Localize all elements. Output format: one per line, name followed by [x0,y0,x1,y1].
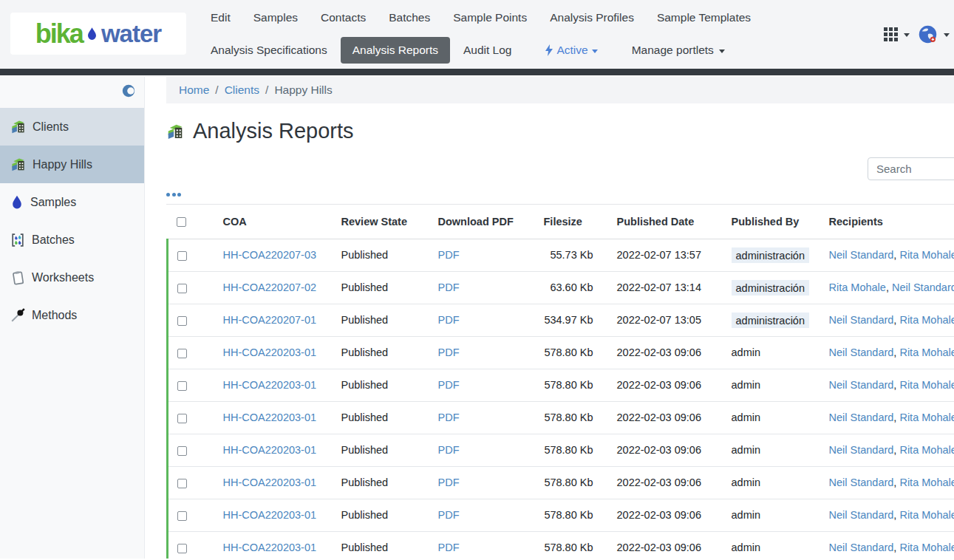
breadcrumb-home-link[interactable]: Home [179,83,209,97]
nav-item-analysis-profiles[interactable]: Analysis Profiles [550,11,634,24]
recipient-link[interactable]: Rita Mohale [829,281,886,293]
active-filter-dropdown[interactable]: Active [545,44,597,57]
published-by: admin [732,509,761,521]
pdf-download-link[interactable]: PDF [438,509,460,521]
filesize: 55.73 Kb [550,249,593,261]
recipient-link[interactable]: Neil Standard [829,509,894,521]
row-checkbox[interactable] [177,349,187,358]
row-checkbox[interactable] [177,544,187,553]
pdf-download-link[interactable]: PDF [438,281,460,293]
nav-item-samples[interactable]: Samples [253,11,298,24]
breadcrumb-clients-link[interactable]: Clients [225,83,259,97]
review-state: Published [341,477,389,488]
pdf-download-link[interactable]: PDF [438,379,460,391]
recipient-link[interactable]: Rita Mohale [899,412,954,423]
column-header-coa[interactable]: COA [214,205,333,239]
sidebar-item-samples[interactable]: Samples [0,183,144,221]
nav-item-edit[interactable]: Edit [211,11,231,24]
collapse-toggle-icon[interactable] [122,84,135,98]
row-checkbox[interactable] [177,414,187,423]
coa-link[interactable]: HH-COA220207-02 [223,281,317,293]
nav-item-analysis-reports-active[interactable]: Analysis Reports [341,37,450,64]
recipient-link[interactable]: Rita Mohale [899,477,954,488]
logo-text-bika: bika [35,18,83,49]
app-logo[interactable]: bika water [10,13,186,55]
recipient-link[interactable]: Rita Mohale [899,379,954,391]
top-navbar: bika water EditSamplesContactsBatchesSam… [0,0,954,69]
recipient-link[interactable]: Rita Mohale [899,314,954,326]
recipients: Rita Mohale, Neil Standard [820,271,954,304]
recipients: Neil Standard, Rita Mohale [820,239,954,271]
pdf-download-link[interactable]: PDF [438,477,460,488]
row-checkbox[interactable] [177,284,187,293]
language-dropdown[interactable] [918,24,950,44]
coa-link[interactable]: HH-COA220207-01 [223,314,317,326]
coa-link[interactable]: HH-COA220203-01 [223,379,317,391]
select-all-checkbox[interactable] [177,217,186,227]
building-icon [10,157,26,172]
recipients: Neil Standard, Rita Mohale [820,434,954,466]
row-checkbox[interactable] [177,446,187,456]
row-checkbox[interactable] [177,251,187,261]
column-header-download-pdf[interactable]: Download PDF [429,205,535,239]
recipient-link[interactable]: Rita Mohale [899,249,954,261]
coa-link[interactable]: HH-COA220203-01 [223,477,317,488]
column-header-review-state[interactable]: Review State [333,205,429,239]
sidebar-item-clients[interactable]: Clients [0,108,144,146]
recipients: Neil Standard, Rita Mohale [820,401,954,434]
coa-link[interactable]: HH-COA220203-01 [223,412,317,423]
nav-item-analysis-specifications[interactable]: Analysis Specifications [211,44,327,57]
batches-icon [10,233,25,247]
pdf-download-link[interactable]: PDF [438,542,460,553]
recipient-link[interactable]: Neil Standard [829,412,894,423]
row-checkbox[interactable] [177,316,187,326]
pdf-download-link[interactable]: PDF [438,249,460,261]
row-checkbox[interactable] [177,479,187,488]
pdf-download-link[interactable]: PDF [438,412,460,423]
coa-link[interactable]: HH-COA220203-01 [223,542,317,553]
search-input[interactable] [868,157,954,180]
row-checkbox[interactable] [177,381,187,391]
pdf-download-link[interactable]: PDF [438,314,460,326]
coa-link[interactable]: HH-COA220203-01 [223,509,317,521]
nav-item-batches[interactable]: Batches [389,11,430,24]
column-header-published-by[interactable]: Published By [723,205,820,239]
nav-item-sample-points[interactable]: Sample Points [453,11,527,24]
row-checkbox[interactable] [177,511,187,521]
apps-grid-dropdown[interactable] [884,27,910,41]
recipient-link[interactable]: Neil Standard [829,249,894,261]
column-header-published-date[interactable]: Published Date [608,205,723,239]
recipient-link[interactable]: Neil Standard [829,444,894,456]
recipient-link[interactable]: Neil Standard [829,542,894,553]
sidebar-item-worksheets[interactable]: Worksheets [0,259,144,296]
coa-link[interactable]: HH-COA220203-01 [223,444,317,456]
nav-item-audit-log[interactable]: Audit Log [463,44,512,57]
column-header-recipients[interactable]: Recipients [820,205,954,239]
context-menu-button[interactable] [166,191,184,199]
recipient-link[interactable]: Neil Standard [829,477,894,488]
recipient-link[interactable]: Neil Standard [829,379,894,391]
recipient-link[interactable]: Rita Mohale [899,542,954,553]
published-date: 2022-02-07 13:14 [617,281,702,293]
column-header-filesize[interactable]: Filesize [535,205,608,239]
recipient-link[interactable]: Neil Standard [829,346,894,358]
coa-link[interactable]: HH-COA220203-01 [223,346,317,358]
recipient-link[interactable]: Neil Standard [829,314,894,326]
sidebar-item-batches[interactable]: Batches [0,221,144,259]
manage-portlets-dropdown[interactable]: Manage portlets [632,44,725,57]
table-row: HH-COA220203-01 Published PDF 578.80 Kb … [168,531,954,559]
nav-item-contacts[interactable]: Contacts [321,11,366,24]
recipient-link[interactable]: Rita Mohale [899,509,954,521]
recipients: Neil Standard, Rita Mohale [820,304,954,336]
sidebar-item-happy-hills[interactable]: Happy Hills [0,146,144,183]
coa-link[interactable]: HH-COA220207-03 [223,249,317,261]
sidebar-item-methods[interactable]: Methods [0,296,144,334]
nav-item-sample-templates[interactable]: Sample Templates [657,11,751,24]
pdf-download-link[interactable]: PDF [438,444,460,456]
header-divider-bar [0,69,954,75]
recipient-link[interactable]: Rita Mohale [899,346,954,358]
recipient-link[interactable]: Neil Standard [892,281,954,293]
pdf-download-link[interactable]: PDF [438,346,460,358]
review-state: Published [341,509,389,521]
recipient-link[interactable]: Rita Mohale [899,444,954,456]
